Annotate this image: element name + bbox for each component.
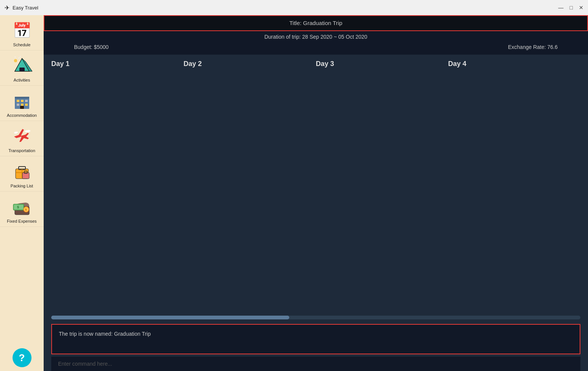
day-columns — [44, 72, 588, 313]
message-box: The trip is now named: Graduation Trip — [51, 324, 580, 354]
sidebar-label-activities: Activities — [14, 78, 30, 82]
svg-rect-15 — [20, 106, 24, 109]
help-button[interactable]: ? — [13, 348, 32, 367]
sidebar-item-activities[interactable]: ✦ ✦ ✦ Activities — [0, 50, 44, 86]
day-2-header: Day 2 — [184, 60, 316, 68]
fixed-expenses-icon: $ $ — [11, 195, 33, 218]
scrollbar-track — [51, 316, 580, 319]
svg-rect-13 — [21, 104, 24, 106]
transportation-icon — [11, 125, 33, 148]
help-icon: ? — [19, 353, 25, 363]
days-area: Day 1 Day 2 Day 3 Day 4 — [44, 55, 588, 313]
sidebar: 📅 Schedule ✦ ✦ ✦ Activities — [0, 15, 44, 371]
svg-text:$: $ — [17, 205, 19, 209]
svg-rect-9 — [17, 100, 19, 102]
svg-text:✦: ✦ — [19, 55, 21, 58]
trip-header: Title: Graduation Trip Duration of trip:… — [44, 15, 588, 55]
day-4-header: Day 4 — [448, 60, 581, 68]
sidebar-item-transportation[interactable]: Transportation — [0, 121, 44, 156]
sidebar-label-accommodation: Accommodation — [7, 113, 37, 118]
sidebar-item-fixed-expenses[interactable]: $ $ Fixed Expenses — [0, 192, 44, 227]
accommodation-icon — [11, 90, 33, 112]
svg-point-17 — [27, 130, 30, 132]
window-controls: — □ ✕ — [558, 5, 583, 10]
sidebar-label-fixed-expenses: Fixed Expenses — [7, 219, 36, 223]
app-title: Easy Travel — [13, 5, 38, 11]
scrollbar-area[interactable] — [51, 316, 580, 322]
packing-list-icon — [11, 160, 33, 183]
command-input-area — [51, 357, 580, 371]
bottom-area: The trip is now named: Graduation Trip — [44, 313, 588, 371]
close-button[interactable]: ✕ — [579, 5, 583, 10]
svg-rect-11 — [25, 100, 28, 102]
trip-title: Title: Graduation Trip — [289, 20, 342, 26]
app-body: 📅 Schedule ✦ ✦ ✦ Activities — [0, 15, 588, 371]
sidebar-item-schedule[interactable]: 📅 Schedule — [0, 15, 44, 50]
schedule-icon: 📅 — [11, 19, 33, 42]
day-2-column — [184, 72, 316, 313]
sidebar-label-schedule: Schedule — [13, 42, 31, 47]
day-3-column — [316, 72, 448, 313]
day-4-column — [448, 72, 580, 313]
svg-point-20 — [15, 132, 18, 133]
day-1-column — [51, 72, 183, 313]
activities-icon: ✦ ✦ ✦ — [11, 54, 33, 77]
svg-rect-8 — [15, 97, 29, 99]
day-1-header: Day 1 — [51, 60, 184, 68]
content-area: Title: Graduation Trip Duration of trip:… — [44, 15, 588, 371]
sidebar-item-packing-list[interactable]: Packing List — [0, 156, 44, 192]
sidebar-label-packing-list: Packing List — [11, 184, 33, 188]
minimize-button[interactable]: — — [558, 5, 564, 10]
svg-text:✦: ✦ — [14, 56, 16, 58]
svg-rect-2 — [19, 68, 25, 71]
svg-point-3 — [14, 59, 17, 62]
svg-rect-10 — [21, 100, 24, 102]
svg-rect-12 — [17, 104, 19, 106]
day-3-header: Day 3 — [316, 60, 448, 68]
app-icon: ✈ — [5, 4, 9, 11]
svg-rect-14 — [25, 104, 28, 106]
maximize-button[interactable]: □ — [570, 5, 573, 10]
trip-exchange-rate: Exchange Rate: 76.6 — [508, 44, 558, 50]
title-bar: ✈ Easy Travel — □ ✕ — [0, 0, 588, 15]
command-input[interactable] — [58, 361, 574, 367]
scrollbar-thumb — [51, 316, 289, 319]
app-title-area: ✈ Easy Travel — [5, 4, 38, 11]
svg-point-18 — [25, 130, 28, 132]
trip-title-bar: Title: Graduation Trip — [44, 15, 588, 31]
sidebar-label-transportation: Transportation — [8, 148, 35, 153]
svg-text:$: $ — [25, 208, 27, 211]
message-text: The trip is now named: Graduation Trip — [59, 331, 573, 337]
day-headers: Day 1 Day 2 Day 3 Day 4 — [44, 55, 588, 72]
sidebar-item-accommodation[interactable]: Accommodation — [0, 86, 44, 121]
trip-duration: Duration of trip: 28 Sep 2020 ~ 05 Oct 2… — [264, 34, 367, 40]
